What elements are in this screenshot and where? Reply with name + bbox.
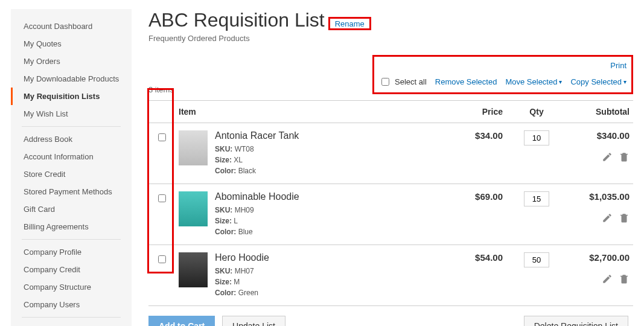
col-item: Item (175, 101, 440, 123)
qty-input[interactable] (524, 130, 549, 145)
remove-selected-link[interactable]: Remove Selected (435, 77, 497, 86)
sidebar-item[interactable]: My Quotes (11, 35, 132, 53)
edit-icon[interactable] (601, 273, 613, 286)
delete-list-button[interactable]: Delete Requisition List (524, 316, 628, 326)
item-name: Hero Hoodie (215, 252, 436, 263)
sidebar-item[interactable]: Stored Payment Methods (11, 183, 132, 200)
col-subtotal: Subtotal (567, 101, 633, 123)
col-qty: Qty (506, 101, 567, 123)
item-meta: SKU: MH09Size: LColor: Blue (215, 205, 436, 237)
sidebar-item[interactable]: Store Credit (11, 165, 132, 183)
rename-link[interactable]: Rename (330, 18, 369, 30)
qty-input[interactable] (524, 252, 549, 267)
item-name: Antonia Racer Tank (215, 130, 436, 141)
bulk-actions-bar: Print Select all Remove Selected Move Se… (372, 55, 633, 94)
sidebar-item[interactable]: Company Structure (11, 278, 132, 296)
table-row: Antonia Racer TankSKU: WT08Size: XLColor… (148, 123, 633, 184)
select-all[interactable]: Select all (379, 76, 427, 88)
item-subtotal: $1,035.00 (567, 184, 633, 245)
sidebar-item[interactable]: Account Information (11, 148, 132, 165)
sidebar-item[interactable]: Account Dashboard (11, 18, 132, 35)
sidebar-item[interactable]: My Wish List (11, 105, 132, 123)
sidebar-item[interactable]: Company Credit (11, 261, 132, 278)
item-subtotal: $340.00 (567, 123, 633, 184)
sidebar-item[interactable]: Address Book (11, 130, 132, 148)
row-checkbox[interactable] (158, 133, 166, 141)
select-all-checkbox[interactable] (381, 78, 389, 86)
sidebar-item[interactable]: Gift Card (11, 200, 132, 218)
item-price: $34.00 (440, 123, 506, 184)
copy-selected-link[interactable]: Copy Selected ▾ (570, 77, 626, 86)
print-link[interactable]: Print (610, 61, 626, 70)
table-row: Abominable HoodieSKU: MH09Size: LColor: … (148, 184, 633, 245)
row-checkbox[interactable] (158, 194, 166, 202)
chevron-down-icon: ▾ (623, 78, 626, 85)
account-sidebar: Account DashboardMy QuotesMy OrdersMy Do… (11, 9, 132, 326)
edit-icon[interactable] (601, 152, 613, 164)
sidebar-item[interactable]: My Downloadable Products (11, 70, 132, 88)
sidebar-item[interactable]: Company Profile (11, 243, 132, 261)
sidebar-item[interactable]: My Orders (11, 53, 132, 70)
item-name: Abominable Hoodie (215, 191, 436, 202)
move-selected-link[interactable]: Move Selected ▾ (505, 77, 562, 86)
row-checkbox[interactable] (158, 255, 166, 263)
page-subtitle: Frequently Ordered Products (148, 34, 633, 43)
col-price: Price (440, 101, 506, 123)
product-image (179, 252, 208, 287)
sidebar-divider (22, 317, 121, 318)
requisition-table: Item Price Qty Subtotal Antonia Racer Ta… (148, 100, 633, 306)
add-to-cart-button[interactable]: Add to Cart (148, 316, 215, 326)
sidebar-divider (22, 239, 121, 240)
trash-icon[interactable] (617, 213, 630, 225)
item-meta: SKU: WT08Size: XLColor: Black (215, 144, 436, 176)
product-image (179, 130, 208, 165)
item-price: $69.00 (440, 184, 506, 245)
page-title: ABC Requisition List (148, 9, 325, 31)
chevron-down-icon: ▾ (559, 78, 562, 85)
trash-icon[interactable] (617, 273, 630, 286)
sidebar-item[interactable]: Company Users (11, 296, 132, 313)
update-list-button[interactable]: Update List (222, 316, 285, 326)
qty-input[interactable] (524, 191, 549, 206)
sidebar-divider (22, 126, 121, 127)
product-image (179, 191, 208, 226)
item-price: $54.00 (440, 245, 506, 306)
item-subtotal: $2,700.00 (567, 245, 633, 306)
item-meta: SKU: MH07Size: MColor: Green (215, 266, 436, 298)
table-row: Hero HoodieSKU: MH07Size: MColor: Green$… (148, 245, 633, 306)
sidebar-item[interactable]: Reward Points (11, 321, 132, 326)
item-count: 3 items (148, 85, 174, 94)
sidebar-item[interactable]: My Requisition Lists (11, 88, 132, 105)
edit-icon[interactable] (601, 213, 613, 225)
trash-icon[interactable] (617, 152, 630, 164)
sidebar-item[interactable]: Billing Agreements (11, 218, 132, 235)
